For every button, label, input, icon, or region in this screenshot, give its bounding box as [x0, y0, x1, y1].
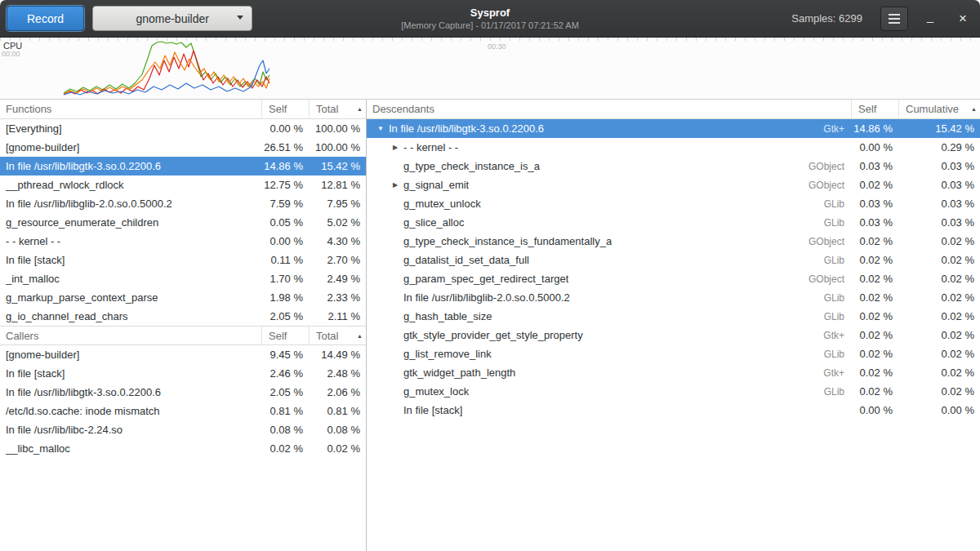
- symbol-name: - - kernel - -: [6, 235, 60, 247]
- descendant-row[interactable]: g_mutex_lockGLib0.02 %0.02 %: [367, 382, 980, 401]
- total-percent: 4.30 %: [309, 235, 366, 247]
- cumulative-percent: 0.03 %: [898, 179, 980, 191]
- descendant-row[interactable]: g_list_remove_linkGLib0.02 %0.02 %: [367, 344, 980, 363]
- callers-column-header[interactable]: Callers: [0, 327, 261, 344]
- self-percent: 0.11 %: [261, 254, 309, 266]
- time-label-start: 00:00: [2, 50, 20, 58]
- self-percent: 0.05 %: [261, 216, 309, 229]
- total-percent: 2.11 %: [309, 310, 366, 322]
- self-percent: 0.02 %: [851, 367, 898, 379]
- sort-ascending-icon: ▲: [968, 106, 977, 112]
- symbol-name: gtk_style_provider_get_style_property: [403, 329, 583, 341]
- cumulative-percent: 0.02 %: [898, 367, 980, 379]
- total-percent: 0.08 %: [309, 424, 366, 436]
- descendants-cumulative-column-header[interactable]: Cumulative ▲: [898, 100, 980, 118]
- self-percent: 0.02 %: [851, 291, 898, 304]
- function-row[interactable]: In file /usr/lib/libgtk-3.so.0.2200.614.…: [0, 157, 366, 176]
- library-tag: GLib: [824, 255, 851, 266]
- function-row[interactable]: g_resource_enumerate_children0.05 %5.02 …: [0, 213, 366, 232]
- caller-row[interactable]: In file /usr/lib/libgtk-3.so.0.2200.62.0…: [0, 383, 366, 402]
- descendant-row[interactable]: ▶g_signal_emitGObject0.02 %0.03 %: [367, 176, 980, 194]
- function-row[interactable]: In file [stack]0.11 %2.70 %: [0, 251, 366, 269]
- self-percent: 0.02 %: [851, 235, 898, 247]
- library-tag: GObject: [808, 236, 851, 247]
- symbol-name: __pthread_rwlock_rdlock: [6, 179, 124, 191]
- self-percent: 0.02 %: [851, 385, 898, 398]
- callers-self-column-header[interactable]: Self: [261, 327, 309, 344]
- library-tag: GObject: [808, 180, 851, 191]
- caller-row[interactable]: In file [stack]2.46 %2.48 %: [0, 364, 366, 383]
- descendant-row[interactable]: g_hash_table_sizeGLib0.02 %0.02 %: [367, 307, 980, 326]
- descendant-row[interactable]: In file [stack]0.00 %0.00 %: [367, 401, 980, 420]
- descendant-row[interactable]: gtk_widget_path_lengthGtk+0.02 %0.02 %: [367, 363, 980, 382]
- functions-total-column-header[interactable]: Total ▲: [309, 100, 366, 118]
- self-percent: 0.02 %: [851, 273, 898, 285]
- descendant-row[interactable]: g_param_spec_get_redirect_targetGObject0…: [367, 269, 980, 288]
- callers-rows: [gnome-builder]9.45 %14.49 %In file [sta…: [0, 345, 366, 458]
- target-process-label: gnome-builder: [136, 12, 209, 25]
- functions-column-header[interactable]: Functions: [0, 100, 261, 118]
- self-percent: 2.05 %: [261, 310, 309, 322]
- functions-header: Functions Self Total ▲: [0, 100, 366, 119]
- descendant-row[interactable]: g_slice_allocGLib0.03 %0.03 %: [367, 213, 980, 232]
- symbol-name: g_list_remove_link: [403, 348, 492, 360]
- descendant-row[interactable]: In file /usr/lib/libglib-2.0.so.0.5000.2…: [367, 288, 980, 307]
- caller-row[interactable]: In file /usr/lib/libc-2.24.so0.08 %0.08 …: [0, 420, 366, 439]
- symbol-name: gtk_widget_path_length: [403, 367, 515, 379]
- caller-row[interactable]: [gnome-builder]9.45 %14.49 %: [0, 345, 366, 364]
- symbol-name: g_mutex_unlock: [403, 198, 481, 210]
- descendant-row[interactable]: g_datalist_id_set_data_fullGLib0.02 %0.0…: [367, 251, 980, 269]
- header-bar: Record gnome-builder Sysprof [Memory Cap…: [0, 0, 980, 38]
- total-percent: 12.81 %: [309, 179, 366, 191]
- self-percent: 7.59 %: [261, 198, 309, 210]
- expander-icon[interactable]: ▼: [372, 125, 389, 132]
- functions-rows: [Everything]0.00 %100.00 %[gnome-builder…: [0, 119, 366, 326]
- menu-button[interactable]: [880, 7, 908, 31]
- callers-total-column-header[interactable]: Total ▲: [309, 327, 366, 344]
- descendant-row[interactable]: g_mutex_unlockGLib0.03 %0.03 %: [367, 194, 980, 213]
- function-row[interactable]: - - kernel - -0.00 %4.30 %: [0, 232, 366, 251]
- descendant-row[interactable]: g_type_check_instance_is_fundamentally_a…: [367, 232, 980, 251]
- descendant-row[interactable]: ▼In file /usr/lib/libgtk-3.so.0.2200.6Gt…: [367, 119, 980, 138]
- library-tag: Gtk+: [823, 330, 851, 341]
- self-percent: 12.75 %: [261, 179, 309, 191]
- cpu-usage-strip[interactable]: CPU 00:00 00:30: [0, 38, 980, 100]
- function-row[interactable]: In file /usr/lib/libglib-2.0.so.0.5000.2…: [0, 194, 366, 213]
- record-button[interactable]: Record: [7, 6, 84, 31]
- expander-icon[interactable]: ▶: [387, 181, 403, 189]
- self-percent: 0.03 %: [851, 198, 898, 210]
- descendants-self-column-header[interactable]: Self: [851, 100, 898, 118]
- function-row[interactable]: __pthread_rwlock_rdlock12.75 %12.81 %: [0, 176, 366, 194]
- function-row[interactable]: g_io_channel_read_chars2.05 %2.11 %: [0, 307, 366, 326]
- symbol-name: [gnome-builder]: [6, 349, 79, 361]
- function-row[interactable]: [gnome-builder]26.51 %100.00 %: [0, 138, 366, 157]
- descendant-row[interactable]: ▶- - kernel - -0.00 %0.29 %: [367, 138, 980, 157]
- symbol-name: [Everything]: [6, 122, 62, 135]
- target-process-dropdown[interactable]: gnome-builder: [92, 6, 252, 31]
- time-label-mid: 00:30: [488, 42, 506, 51]
- descendants-column-header[interactable]: Descendants: [367, 100, 851, 118]
- total-percent: 2.70 %: [309, 254, 366, 266]
- chevron-down-icon: [237, 16, 243, 20]
- descendant-row[interactable]: g_type_check_instance_is_aGObject0.03 %0…: [367, 157, 980, 176]
- caller-row[interactable]: /etc/ld.so.cache: inode mismatch0.81 %0.…: [0, 402, 366, 420]
- self-percent: 2.46 %: [261, 367, 309, 380]
- library-tag: GLib: [824, 292, 851, 304]
- functions-self-column-header[interactable]: Self: [261, 100, 309, 118]
- descendant-row[interactable]: gtk_style_provider_get_style_propertyGtk…: [367, 326, 980, 344]
- cumulative-percent: 0.02 %: [898, 329, 980, 341]
- self-percent: 1.98 %: [261, 291, 309, 304]
- function-row[interactable]: g_markup_parse_context_parse1.98 %2.33 %: [0, 288, 366, 307]
- main-area: Functions Self Total ▲ [Everything]0.00 …: [0, 100, 980, 551]
- function-row[interactable]: [Everything]0.00 %100.00 %: [0, 119, 366, 138]
- expander-icon[interactable]: ▶: [387, 144, 403, 151]
- caller-row[interactable]: __libc_malloc0.02 %0.02 %: [0, 439, 366, 458]
- symbol-name: g_resource_enumerate_children: [6, 216, 158, 229]
- total-percent: 2.49 %: [309, 273, 366, 285]
- close-button[interactable]: ×: [952, 7, 973, 31]
- descendants-header: Descendants Self Cumulative ▲: [367, 100, 980, 119]
- self-percent: 0.00 %: [851, 404, 898, 416]
- cumulative-percent: 0.29 %: [898, 141, 980, 153]
- minimize-button[interactable]: –: [920, 7, 941, 31]
- function-row[interactable]: _int_malloc1.70 %2.49 %: [0, 269, 366, 288]
